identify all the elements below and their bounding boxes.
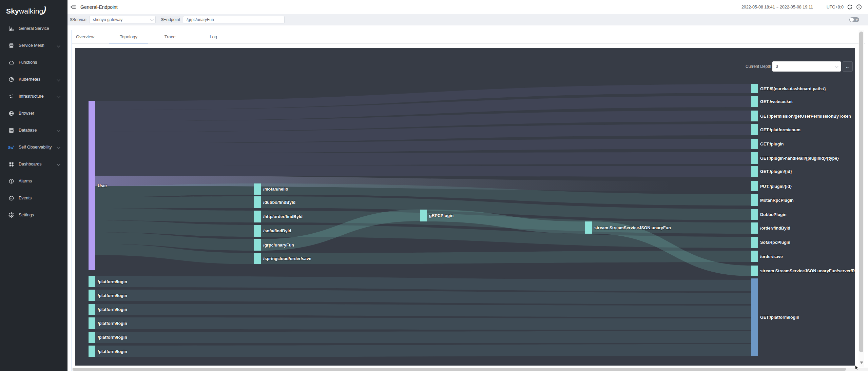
sankey-link: [95, 209, 254, 222]
sankey-node[interactable]: [751, 278, 758, 356]
sankey-link: [95, 196, 254, 209]
sankey-node-label: /order/save: [760, 254, 783, 259]
sankey-node-label: /platform/login: [98, 335, 127, 340]
sankey-node[interactable]: [751, 266, 758, 276]
tab-log[interactable]: Log: [210, 34, 217, 39]
sankey-node[interactable]: [254, 225, 261, 237]
page-title: General-Endpoint: [80, 4, 118, 10]
sankey-node[interactable]: [751, 194, 758, 206]
tab-trace[interactable]: Trace: [165, 34, 176, 39]
sankey-node[interactable]: [89, 304, 95, 315]
sankey-node[interactable]: [751, 152, 758, 164]
sankey-node-label: MotanRpcPlugin: [760, 198, 794, 203]
sankey-link: [95, 304, 751, 317]
sidebar-item-infrastructure[interactable]: Infrastructure: [0, 88, 67, 105]
sidebar-item-functions[interactable]: Functions: [0, 54, 67, 71]
sankey-node[interactable]: [751, 251, 758, 262]
version-toggle[interactable]: V: [849, 17, 859, 22]
sankey-node-label: GET:/plugin/{id}: [760, 169, 792, 174]
sankey-node[interactable]: [751, 237, 758, 248]
sidebar-nav: General ServiceService MeshFunctionsKube…: [0, 20, 67, 223]
sankey-node[interactable]: [751, 181, 758, 191]
sankey-node[interactable]: [254, 253, 261, 264]
sankey-node[interactable]: [751, 124, 758, 135]
sankey-node-label: GET:/plugin: [760, 142, 784, 147]
sankey-node-label: /sofa/findById: [263, 229, 291, 233]
chevron-down-icon: [57, 95, 60, 98]
vertical-scrollbar-thumb[interactable]: [859, 32, 863, 352]
info-icon[interactable]: [856, 4, 862, 10]
sankey-node[interactable]: [89, 290, 95, 301]
settings-icon: [8, 212, 14, 218]
topology-chart: User/platform/login/platform/login/platf…: [75, 48, 855, 366]
sankey-node[interactable]: [585, 221, 592, 234]
sankey-link: [95, 165, 751, 177]
sankey-link: [95, 276, 751, 291]
sidebar-item-label: Self Observability: [19, 145, 52, 150]
current-depth-select[interactable]: 3: [772, 61, 841, 72]
sidebar-item-alarms[interactable]: Alarms: [0, 173, 67, 190]
time-range-picker[interactable]: 2022-05-08 18:41 ~ 2022-05-08 19:11: [741, 5, 813, 9]
sankey-diagram: User/platform/login/platform/login/platf…: [75, 48, 855, 366]
chevron-down-icon: [835, 64, 838, 68]
sidebar-item-label: Events: [19, 196, 32, 200]
sankey-node[interactable]: [254, 183, 261, 195]
current-depth-label: Current Depth: [746, 64, 771, 69]
sankey-node[interactable]: [751, 139, 758, 149]
tab-topology[interactable]: Topology: [120, 34, 137, 39]
tab-overview[interactable]: Overview: [76, 34, 94, 39]
sankey-node[interactable]: [751, 84, 758, 93]
sankey-node-label: /platform/login: [98, 279, 127, 284]
sidebar-item-service-mesh[interactable]: Service Mesh: [0, 37, 67, 54]
sankey-node[interactable]: [751, 222, 758, 234]
sidebar-item-events[interactable]: Events: [0, 190, 67, 207]
vertical-scrollbar[interactable]: [859, 30, 864, 367]
sankey-node[interactable]: [89, 101, 95, 270]
logo-text-sky: Sky: [6, 7, 19, 15]
chart-icon: [8, 25, 14, 32]
sankey-node[interactable]: [254, 211, 261, 222]
service-select-value: shenyu-gateway: [93, 17, 150, 22]
sidebar-item-self-observability[interactable]: SwSelf Observability: [0, 139, 67, 156]
sidebar-item-label: Database: [19, 128, 37, 133]
service-filter-label: $Service: [70, 17, 86, 22]
sankey-node[interactable]: [751, 166, 758, 177]
endpoint-input[interactable]: [183, 16, 285, 23]
sidebar-item-kubernetes[interactable]: Kubernetes: [0, 71, 67, 88]
horizontal-scrollbar-thumb[interactable]: [73, 368, 846, 371]
sankey-node[interactable]: [254, 196, 261, 208]
sankey-node-label: SofaRpcPlugin: [760, 240, 790, 245]
sankey-link: [95, 290, 751, 304]
database-icon: [8, 127, 14, 133]
sankey-node[interactable]: [89, 317, 95, 329]
refresh-icon[interactable]: [847, 4, 853, 10]
sankey-node-label: /http/order/findById: [263, 214, 303, 219]
service-select[interactable]: shenyu-gateway: [89, 16, 156, 23]
scroll-down-arrow-icon[interactable]: [860, 362, 863, 364]
sankey-node-label: User: [98, 183, 107, 188]
back-button[interactable]: ←: [843, 61, 853, 72]
sidebar-item-database[interactable]: Database: [0, 122, 67, 139]
sankey-node[interactable]: [254, 239, 261, 251]
sankey-link: [95, 344, 751, 357]
sankey-node-label: stream.StreamServiceJSON.unaryFun: [594, 226, 671, 230]
filter-bar: $Service shenyu-gateway $Endpoint V: [67, 14, 868, 25]
collapse-menu-icon[interactable]: [70, 4, 76, 10]
sankey-node[interactable]: [420, 210, 427, 221]
sankey-node[interactable]: [89, 332, 95, 343]
sankey-node[interactable]: [751, 111, 758, 121]
sankey-node[interactable]: [89, 346, 95, 357]
logo-text-walking: walking: [19, 7, 43, 15]
sankey-node-label: GET:/platform/enum: [760, 128, 801, 132]
sidebar-item-settings[interactable]: Settings: [0, 207, 67, 223]
sidebar-item-browser[interactable]: Browser: [0, 105, 67, 122]
header-bar: General-Endpoint 2022-05-08 18:41 ~ 2022…: [67, 0, 868, 14]
horizontal-scrollbar[interactable]: [72, 368, 868, 371]
sankey-node-label: /springcloud/order/save: [263, 256, 311, 261]
sidebar-item-general-service[interactable]: General Service: [0, 20, 67, 37]
toggle-knob: [850, 18, 854, 22]
sidebar-item-dashboards[interactable]: Dashboards: [0, 156, 67, 173]
sankey-node[interactable]: [751, 209, 758, 220]
sankey-node[interactable]: [89, 276, 95, 287]
sankey-node[interactable]: [751, 96, 758, 107]
